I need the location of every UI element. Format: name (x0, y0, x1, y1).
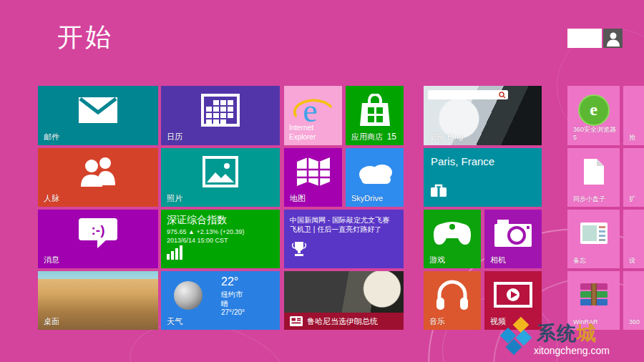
tile-partial-1[interactable]: 抢 (623, 86, 644, 145)
calendar-icon (161, 86, 280, 134)
tile-memo-app[interactable]: 备忘 (567, 210, 620, 268)
tile-store[interactable]: 应用商店 15 (346, 86, 404, 145)
tile-label: 必应 Bing (429, 132, 463, 142)
bing-search-box[interactable] (428, 90, 508, 99)
tile-label: 备忘 (573, 257, 586, 265)
tile-finance[interactable]: 深证综合指数 975.65 ▲ +2.13% (+20.39) 2013/6/1… (161, 210, 280, 268)
tile-label: 照片 (167, 194, 182, 203)
travel-destination: Paris, France (431, 155, 494, 167)
tile-camera[interactable]: 相机 (484, 210, 542, 268)
tile-label: 音乐 (429, 317, 445, 326)
tile-music[interactable]: 音乐 (424, 271, 481, 330)
tile-label: 扩 (629, 195, 635, 203)
tile-label: 桌面 (44, 317, 59, 326)
tile-news[interactable]: 鲁哈尼当选伊朗总统 (284, 271, 404, 330)
tile-label: 日历 (167, 132, 182, 142)
winrar-icon (567, 271, 620, 318)
store-icon (346, 86, 404, 134)
tile-sync-tool[interactable]: 同步小盘子 (567, 148, 620, 207)
news-caption-bar: 鲁哈尼当选伊朗总统 (284, 313, 404, 330)
tile-weather[interactable]: 22° 纽约市 晴 27°/20° 天气 (161, 271, 280, 330)
tile-messaging[interactable]: :-) 消息 (38, 210, 158, 268)
tile-people[interactable]: 人脉 (38, 148, 158, 207)
news-headline: 鲁哈尼当选伊朗总统 (307, 316, 378, 327)
weather-temp: 22° (221, 275, 238, 288)
store-badge-count: 15 (387, 132, 396, 142)
logo-diamond-yellow (513, 317, 530, 333)
tile-games[interactable]: 游戏 (424, 210, 481, 268)
tile-label: 抢 (629, 134, 635, 142)
svg-text:e: e (303, 93, 317, 127)
messaging-icon: :-) (38, 210, 158, 257)
moon-icon (174, 281, 203, 310)
headphones-icon (424, 271, 481, 318)
tile-bing[interactable]: 必应 Bing (424, 86, 542, 145)
site-watermark: 系统城 xitongcheng.com (497, 319, 640, 359)
tile-label: Internet Explorer (289, 124, 316, 142)
tile-label: 360安全浏览器5 (573, 126, 620, 142)
tile-maps[interactable]: 地图 (284, 148, 342, 207)
bar-chart-icon (167, 245, 184, 263)
document-icon (567, 148, 620, 195)
tile-label: 同步小盘子 (573, 195, 605, 203)
game-controller-icon (424, 210, 481, 257)
site-url: xitongcheng.com (534, 345, 610, 356)
sports-headline: 中国新闻网 - 国际敲定尤文飞赛 飞机卫 | 任后一直亮灯路好了 (290, 215, 398, 234)
tile-partial-2[interactable]: 扩 (623, 148, 644, 207)
user-name-box[interactable] (567, 29, 602, 48)
finance-value: 975.65 ▲ +2.13% (+20.39) (167, 228, 244, 235)
tile-partial-3[interactable]: 设 (623, 210, 644, 268)
maps-icon (284, 148, 342, 195)
user-avatar[interactable] (603, 29, 623, 48)
tile-360-browser[interactable]: e 360安全浏览器5 (567, 86, 620, 145)
photos-icon (161, 148, 280, 195)
newspaper-icon (290, 316, 303, 326)
tile-sports-news[interactable]: 中国新闻网 - 国际敲定尤文飞赛 飞机卫 | 任后一直亮灯路好了 (284, 210, 404, 268)
tile-label: 地图 (290, 194, 306, 203)
tile-travel[interactable]: Paris, France (424, 148, 542, 207)
tile-label: 天气 (167, 317, 182, 326)
weather-range: 27°/20° (221, 308, 245, 316)
tile-calendar[interactable]: 日历 (161, 86, 280, 145)
tile-label: 消息 (44, 255, 59, 265)
tile-label: SkyDrive (351, 194, 383, 203)
tile-skydrive[interactable]: SkyDrive (346, 148, 404, 207)
360-browser-icon: e (578, 94, 610, 126)
tile-mail[interactable]: 邮件 (38, 86, 158, 145)
weather-city: 纽约市 (221, 290, 243, 300)
finance-index-name: 深证综合指数 (167, 214, 227, 227)
app-window-icon (567, 210, 620, 257)
cloud-icon (346, 148, 404, 195)
weather-condition: 晴 (221, 299, 228, 309)
page-title: 开始 (57, 20, 113, 55)
tile-label: 邮件 (44, 132, 59, 142)
mail-icon (38, 86, 158, 134)
trophy-icon (291, 241, 307, 260)
tile-photos[interactable]: 照片 (161, 148, 280, 207)
video-icon (484, 271, 542, 318)
suitcase-icon (431, 184, 447, 200)
tile-desktop[interactable]: 桌面 (38, 271, 158, 330)
camera-icon (484, 210, 542, 257)
people-icon (38, 148, 158, 195)
tile-label: 应用商店 (351, 132, 383, 142)
person-icon (605, 31, 621, 47)
site-name: 系统城 (537, 321, 597, 346)
tile-internet-explorer[interactable]: e Internet Explorer (284, 86, 342, 145)
tile-label: 游戏 (429, 255, 445, 265)
start-screen: 开始 邮件 人脉 :-) 消息 桌面 (0, 0, 644, 362)
tile-label: 设 (629, 257, 635, 265)
search-icon (499, 92, 506, 99)
tile-label: 相机 (490, 255, 506, 265)
tile-label: 人脉 (44, 194, 59, 203)
svg-text::-): :-) (92, 222, 105, 238)
finance-timestamp: 2013/6/14 15:00 CST (167, 237, 228, 244)
